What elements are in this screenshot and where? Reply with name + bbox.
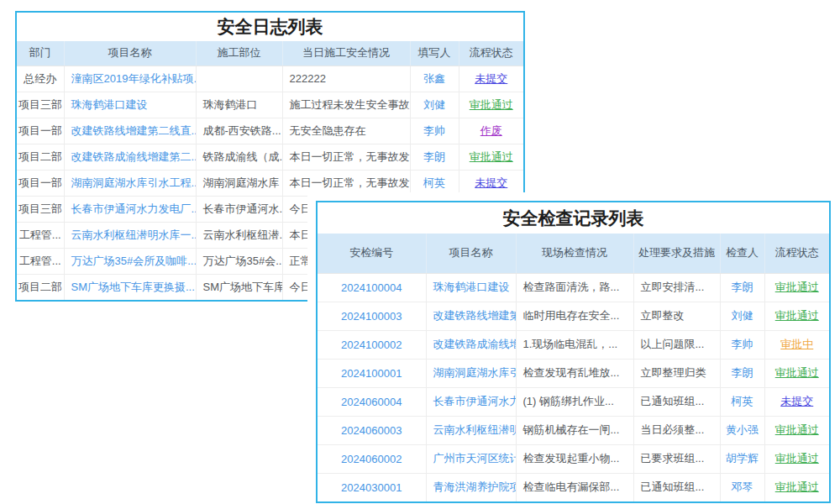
table-row: 2024100001湖南洞庭湖水库引水工...检查发现有乱堆放...立即整理归类… [318,359,829,387]
inspection-id-link[interactable]: 2024100004 [318,273,426,302]
project-name-link[interactable]: 云南水利枢纽潜明水库一... [64,222,196,248]
inspector-name-link[interactable]: 刘健 [720,302,764,330]
department-cell: 项目一部 [17,118,64,144]
project-name-link[interactable]: 改建铁路成渝线增建第... [426,330,516,359]
construction-part-cell: 铁路成渝线（成... [196,144,282,170]
safety-situation-cell: 无安全隐患存在 [282,118,410,144]
table-row: 总经办潼南区2019年绿化补贴项...222222张鑫未提交 [17,66,523,92]
inspector-name-link[interactable]: 黄小强 [720,416,764,444]
table-row: 2024060003云南水利枢纽潜明水库...钢筋机械存在一闸...当日必须整.… [318,416,829,444]
project-name-link[interactable]: 长春市伊通河水力发电... [426,387,516,416]
safety-log-title: 安全日志列表 [17,13,523,41]
col-header-measures: 处理要求及措施 [633,234,720,273]
inspector-name-link[interactable]: 李朗 [720,359,764,387]
department-cell: 工程管... [17,222,64,248]
inspection-id-link[interactable]: 2024100002 [318,330,426,359]
inspection-id-link[interactable]: 2024060003 [318,416,426,444]
status-link[interactable]: 审批通过 [459,144,523,170]
col-header-safety-situation: 当日施工安全情况 [282,41,410,66]
construction-part-cell: 成都-西安铁路... [196,118,282,144]
filler-name-link[interactable]: 张鑫 [410,66,459,92]
safety-situation-cell: 222222 [282,66,410,92]
project-name-link[interactable]: 湖南洞庭湖水库引水工程... [64,170,196,196]
project-name-link[interactable]: 改建铁路成渝线增建第二... [64,144,196,170]
inspector-name-link[interactable]: 柯英 [720,387,764,416]
status-link[interactable]: 审批通过 [764,444,829,473]
inspection-record-title: 安全检查记录列表 [318,202,829,234]
inspection-id-link[interactable]: 2024100001 [318,359,426,387]
measures-cell: 已要求班组... [633,444,720,473]
filler-name-link[interactable]: 李朗 [410,144,459,170]
status-link[interactable]: 审批中 [764,330,829,359]
inspector-name-link[interactable]: 李朗 [720,273,764,302]
project-name-link[interactable]: 湖南洞庭湖水库引水工... [426,359,516,387]
site-inspection-cell: 临时用电存在安全... [516,302,633,330]
inspector-name-link[interactable]: 邓琴 [720,473,764,501]
project-name-link[interactable]: 青海洪湖养护院项目 [426,473,516,501]
construction-part-cell: 湖南洞庭湖水库 [196,170,282,196]
department-cell: 项目三部 [17,196,64,222]
project-name-link[interactable]: 万达广场35#会所及咖啡... [64,248,196,274]
measures-cell: 立即安排清... [633,273,720,302]
status-link[interactable]: 审批通过 [764,302,829,330]
measures-cell: 立即整理归类 [633,359,720,387]
safety-situation-cell: 本日一切正常，无事故发... [282,144,410,170]
project-name-link[interactable]: 云南水利枢纽潜明水库... [426,416,516,444]
col-header-construction-part: 施工部位 [196,41,282,66]
inspector-name-link[interactable]: 胡学辉 [720,444,764,473]
project-name-link[interactable]: SM广场地下车库更换摄... [64,274,196,300]
project-name-link[interactable]: 珠海鹤港口建设 [64,92,196,118]
filler-name-link[interactable]: 李帅 [410,118,459,144]
measures-cell: 已通知班组... [633,387,720,416]
table-row: 2024060002广州市天河区统计局机...检查发现起重小物...已要求班组.… [318,444,829,473]
project-name-link[interactable]: 长春市伊通河水力发电厂... [64,196,196,222]
department-cell: 总经办 [17,66,64,92]
measures-cell: 立即整改 [633,302,720,330]
department-cell: 项目二部 [17,144,64,170]
status-link[interactable]: 审批通过 [764,416,829,444]
construction-part-cell: 珠海鹤港口 [196,92,282,118]
table-row: 项目二部改建铁路成渝线增建第二...铁路成渝线（成...本日一切正常，无事故发.… [17,144,523,170]
inspection-record-table-card: 安全检查记录列表 安检编号 项目名称 现场检查情况 处理要求及措施 检查人 流程… [316,201,831,503]
site-inspection-cell: 1.现场临电混乱，... [516,330,633,359]
status-link[interactable]: 未提交 [764,387,829,416]
col-header-inspector: 检查人 [720,234,764,273]
table-row: 项目一部改建铁路线增建第二线直...成都-西安铁路...无安全隐患存在李帅作废 [17,118,523,144]
inspection-id-link[interactable]: 2024100003 [318,302,426,330]
inspection-id-link[interactable]: 2024060004 [318,387,426,416]
table-row: 2024100003改建铁路线增建第二线...临时用电存在安全...立即整改刘健… [318,302,829,330]
header-row: 安检编号 项目名称 现场检查情况 处理要求及措施 检查人 流程状态 [318,234,829,273]
project-name-link[interactable]: 广州市天河区统计局机... [426,444,516,473]
construction-part-cell: SM广场地下车库 [196,274,282,300]
inspection-table-overlay: 安全检查记录列表 安检编号 项目名称 现场检查情况 处理要求及措施 检查人 流程… [307,192,839,504]
filler-name-link[interactable]: 刘健 [410,92,459,118]
site-inspection-cell: 检查发现起重小物... [516,444,633,473]
table-row: 2024100004珠海鹤港口建设检查路面清洗，路...立即安排清...李朗审批… [318,273,829,302]
status-link[interactable]: 审批通过 [459,92,523,118]
col-header-status: 流程状态 [459,41,523,66]
table-row: 2024030001青海洪湖养护院项目检查临电有漏保部...已通知班组...邓琴… [318,473,829,501]
status-link[interactable]: 未提交 [459,66,523,92]
status-link[interactable]: 审批通过 [764,273,829,302]
department-cell: 工程管... [17,248,64,274]
measures-cell: 以上问题限... [633,330,720,359]
project-name-link[interactable]: 改建铁路线增建第二线... [426,302,516,330]
status-link[interactable]: 作废 [459,118,523,144]
site-inspection-cell: 检查发现有乱堆放... [516,359,633,387]
col-header-inspection-id: 安检编号 [318,234,426,273]
inspection-record-table: 安检编号 项目名称 现场检查情况 处理要求及措施 检查人 流程状态 202410… [318,234,829,501]
table-row: 2024100002改建铁路成渝线增建第...1.现场临电混乱，...以上问题限… [318,330,829,359]
status-link[interactable]: 审批通过 [764,359,829,387]
inspection-id-link[interactable]: 2024060002 [318,444,426,473]
department-cell: 项目二部 [17,274,64,300]
header-row: 部门 项目名称 施工部位 当日施工安全情况 填写人 流程状态 [17,41,523,66]
inspection-id-link[interactable]: 2024030001 [318,473,426,501]
measures-cell: 已通知班组... [633,473,720,501]
inspector-name-link[interactable]: 李帅 [720,330,764,359]
col-header-project-name: 项目名称 [426,234,516,273]
col-header-department: 部门 [17,41,64,66]
project-name-link[interactable]: 潼南区2019年绿化补贴项... [64,66,196,92]
project-name-link[interactable]: 珠海鹤港口建设 [426,273,516,302]
project-name-link[interactable]: 改建铁路线增建第二线直... [64,118,196,144]
status-link[interactable]: 审批通过 [764,473,829,501]
